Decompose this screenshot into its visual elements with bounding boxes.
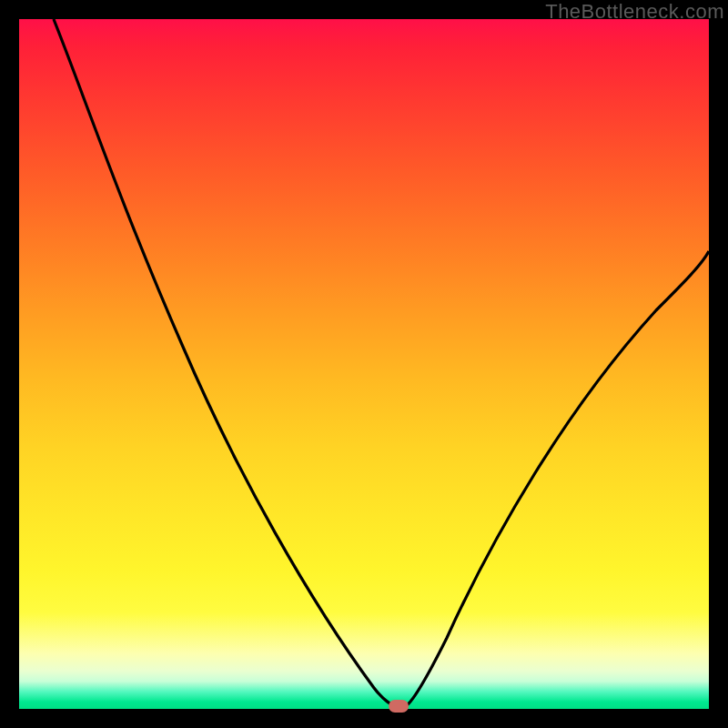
bottleneck-curve: [19, 19, 709, 709]
plot-area: [19, 19, 709, 709]
chart-frame: TheBottleneck.com: [0, 0, 728, 728]
curve-path: [54, 19, 709, 706]
optimal-marker: [389, 700, 409, 713]
watermark-text: TheBottleneck.com: [545, 0, 724, 24]
